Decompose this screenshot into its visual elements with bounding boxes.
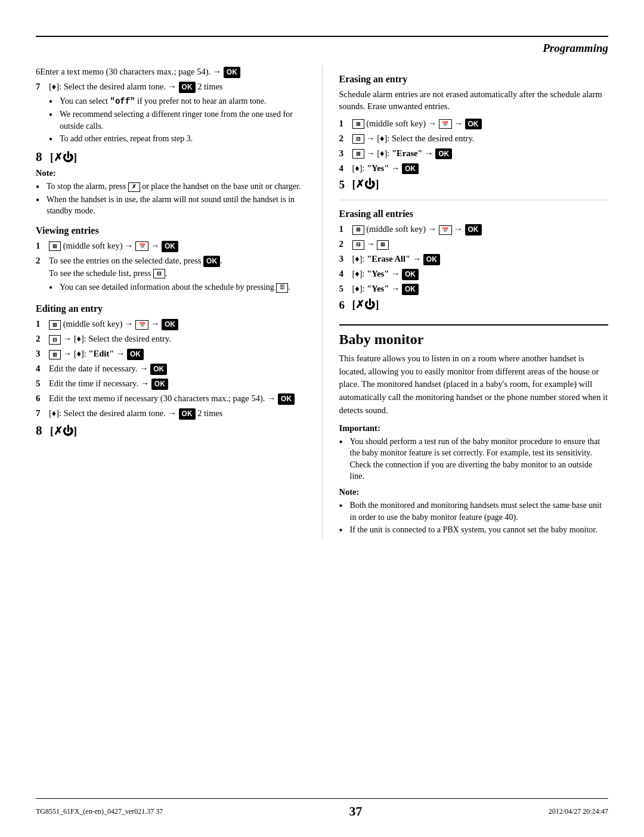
right-column: Erasing an entry Schedule alarm entries … (322, 66, 609, 538)
erasing-entry-heading: Erasing an entry (339, 74, 609, 85)
menu-icon-e3: ⊞ (49, 350, 61, 359)
erase-step5-text: [✗⏻] (352, 177, 609, 193)
ok-badge-e5: OK (151, 379, 168, 390)
erasing-all-section: Erasing all entries 1 ⊞ (middle soft key… (339, 209, 609, 314)
note-bullet-2: When the handset is in use, the alarm wi… (36, 194, 305, 217)
edit-step7: 7 [♦]: Select the desired alarm tone. → … (36, 407, 305, 420)
ok-badge-a4: OK (402, 269, 419, 280)
list-icon-a2: ⊟ (352, 240, 364, 250)
important-label: Important: (339, 423, 609, 433)
erase-step1: 1 ⊞ (middle soft key) → 📅 → OK (339, 117, 609, 130)
step6-item: 6 Enter a text memo (30 characters max.;… (36, 66, 305, 78)
ok-badge-e7: OK (179, 408, 196, 420)
edit-step8-num: 8 (36, 423, 50, 438)
calendar-icon-a1: 📅 (439, 225, 452, 235)
calendar-icon-r1: 📅 (439, 119, 452, 129)
viewing-entries-list: 1 ⊞ (middle soft key) → 📅 → OK 2 To see … (36, 240, 305, 296)
calendar-icon-e1: 📅 (135, 320, 148, 330)
eraseall-step4: 4 [♦]: "Yes" → OK (339, 268, 609, 280)
eraseall-step1: 1 ⊞ (middle soft key) → 📅 → OK (339, 223, 609, 235)
note-bullets: To stop the alarm, press ✗ or place the … (36, 181, 305, 217)
editing-entry-heading: Editing an entry (36, 303, 305, 314)
edit-step3: 3 ⊞ → [♦]: "Edit" → OK (36, 348, 305, 360)
step8-num: 8 (36, 150, 50, 165)
step7-text: [♦]: Select the desired alarm tone. → OK… (49, 80, 223, 93)
ok-badge-e3: OK (127, 349, 144, 360)
erasing-all-list: 1 ⊞ (middle soft key) → 📅 → OK 2 ⊟ → (339, 223, 609, 314)
bullet-7-3: To add other entries, repeat from step 3… (49, 133, 305, 145)
ok-badge-e4: OK (150, 364, 167, 375)
ok-badge-a1: OK (465, 224, 482, 235)
ok-badge-a3: OK (423, 254, 440, 265)
page-header: Programming (36, 36, 608, 55)
note-label: Note: (36, 168, 305, 178)
ok-badge-r3: OK (435, 148, 452, 160)
eraseall-step6: 6 [✗⏻] (339, 297, 609, 314)
menu-icon-a1: ⊞ (352, 225, 364, 235)
baby-note-bullet-1: Both the monitored and monitoring handse… (339, 500, 609, 523)
calendar-icon-1: 📅 (135, 241, 148, 251)
erase-step4: 4 [♦]: "Yes" → OK (339, 162, 609, 175)
erasing-entry-list: 1 ⊞ (middle soft key) → 📅 → OK 2 ⊟ → [♦]… (339, 117, 609, 193)
eraseall-step2: 2 ⊟ → ⊞ (339, 238, 609, 250)
ok-badge-v2: OK (203, 256, 220, 267)
erasing-entry-section: Erasing an entry Schedule alarm entries … (339, 74, 609, 193)
edit-step1: 1 ⊞ (middle soft key) → 📅 → OK (36, 318, 305, 330)
edit-step5: 5 Edit the time if necessary. → OK (36, 377, 305, 390)
step7-item: 7 [♦]: Select the desired alarm tone. → … (36, 80, 305, 93)
eraseall-step6-text: [✗⏻] (352, 297, 609, 314)
important-bullet-1: You should perform a test run of the bab… (339, 436, 609, 482)
note-bullet-1: To stop the alarm, press ✗ or place the … (36, 181, 305, 193)
important-bullets: You should perform a test run of the bab… (339, 436, 609, 482)
menu-icon-1: ⊞ (49, 241, 61, 251)
view-step2-bullets: You can see detailed information about t… (49, 281, 305, 293)
bullet-7-1: You can select "off" if you prefer not t… (49, 95, 305, 108)
baby-note-bullets: Both the monitored and monitoring handse… (339, 500, 609, 536)
erase-step5: 5 [✗⏻] (339, 177, 609, 193)
cancel-icon: ✗ (128, 182, 140, 192)
ok-badge-7: OK (179, 82, 196, 93)
list-icon-e2: ⊟ (49, 335, 61, 345)
menu-icon-r3: ⊞ (352, 149, 364, 159)
step7-bullets: You can select "off" if you prefer not t… (49, 95, 305, 145)
view-step2: 2 To see the entries on the selected dat… (36, 255, 305, 296)
menu-icon-a2: ⊞ (377, 240, 389, 250)
ok-badge-e6: OK (278, 393, 295, 405)
edit-step8: 8 [✗⏻] (36, 423, 305, 438)
step8-text: [✗⏻] (50, 151, 77, 164)
step6-num: 6 (36, 66, 40, 78)
list-icon-r2: ⊟ (352, 134, 364, 144)
page-title: Programming (543, 42, 608, 55)
baby-note-bullet-2: If the unit is connected to a PBX system… (339, 524, 609, 536)
erase-step2: 2 ⊟ → [♦]: Select the desired entry. (339, 132, 609, 145)
eraseall-step5: 5 [♦]: "Yes" → OK (339, 283, 609, 295)
erasing-all-heading: Erasing all entries (339, 209, 609, 219)
section-divider-1 (339, 200, 609, 200)
ok-badge-v1: OK (162, 241, 178, 252)
eraseall-step3: 3 [♦]: "Erase All" → OK (339, 253, 609, 265)
baby-monitor-title: Baby monitor (339, 324, 609, 348)
page-footer: TG8551_61FX_(en-en)_0427_ver021.37 37 37… (36, 798, 608, 819)
step6-text: Enter a text memo (30 characters max.; p… (40, 66, 240, 78)
ok-badge-r1: OK (465, 119, 482, 130)
page-container: Programming 6 Enter a text memo (30 char… (0, 0, 644, 837)
left-column: 6 Enter a text memo (30 characters max.;… (36, 66, 305, 538)
note-section: Note: To stop the alarm, press ✗ or plac… (36, 168, 305, 217)
baby-note-label: Note: (339, 487, 609, 497)
menu-icon-e1: ⊞ (49, 320, 61, 330)
ok-badge-a5: OK (402, 284, 419, 295)
page-number: 37 (349, 804, 362, 819)
erase-step3: 3 ⊞ → [♦]: "Erase" → OK (339, 147, 609, 160)
edit-step6: 6 Edit the text memo if necessary (30 ch… (36, 392, 305, 405)
info-icon: ☰ (276, 283, 288, 293)
edit-step4: 4 Edit the date if necessary. → OK (36, 362, 305, 375)
ok-badge-r4: OK (402, 163, 419, 175)
edit-step8-text: [✗⏻] (50, 424, 77, 438)
erasing-entry-desc: Schedule alarm entries are not erased au… (339, 88, 609, 113)
viewing-entries-section: Viewing entries 1 ⊞ (middle soft key) → … (36, 225, 305, 296)
editing-entry-list: 1 ⊞ (middle soft key) → 📅 → OK 2 ⊟ → [♦]… (36, 318, 305, 420)
footer-left: TG8551_61FX_(en-en)_0427_ver021.37 37 (36, 807, 163, 816)
view-bullet-1: You can see detailed information about t… (49, 281, 305, 293)
list-icon-1: ⊟ (153, 269, 165, 278)
ok-badge-e1: OK (162, 319, 178, 330)
